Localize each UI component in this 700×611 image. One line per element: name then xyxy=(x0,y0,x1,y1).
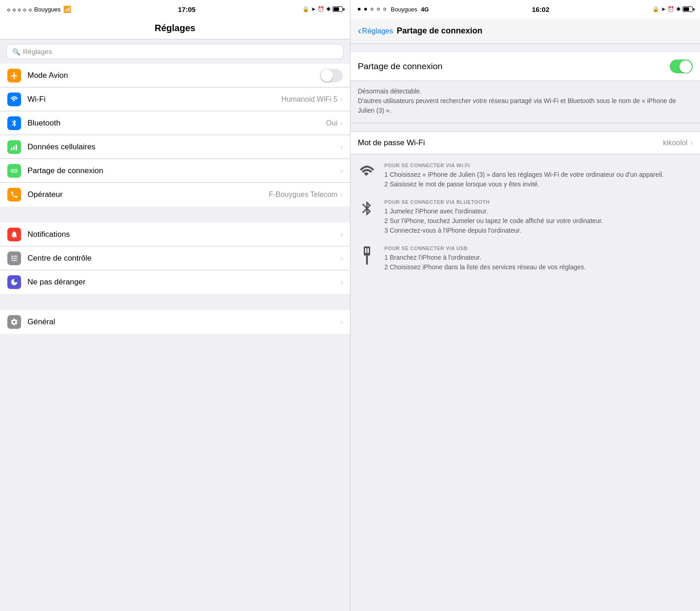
toggle-mode-avion[interactable] xyxy=(320,69,343,82)
usb-instruction-icon xyxy=(359,246,375,265)
settings-section-1: Mode Avion Wi-Fi Humanoid WiFi 5 › Bluet… xyxy=(0,64,350,207)
search-bar[interactable]: 🔍 Réglages xyxy=(6,44,344,59)
time-left: 17:05 xyxy=(178,5,195,13)
label-centre-controle: Centre de contrôle xyxy=(27,254,340,263)
row-general[interactable]: Général › xyxy=(0,310,350,334)
left-status-bar: Bouygues 📶 17:05 🔒 ➤ ⏰ ✱ xyxy=(0,0,350,18)
icon-bluetooth xyxy=(7,116,21,130)
row-mode-avion[interactable]: Mode Avion xyxy=(0,64,350,87)
row-notifications[interactable]: Notifications › xyxy=(0,223,350,246)
back-label: Réglages xyxy=(362,27,393,35)
right-status-right: 🔒 ➤ ⏰ ✱ xyxy=(652,6,693,12)
top-gap xyxy=(350,44,700,52)
chevron-centre-controle: › xyxy=(340,254,343,262)
connection-label: Partage de connexion xyxy=(358,61,443,71)
value-bluetooth: Oui xyxy=(326,119,338,127)
right-nav-bar: ‹ Réglages Partage de connexion xyxy=(350,18,700,44)
row-donnees[interactable]: Données cellulaires › xyxy=(0,135,350,159)
connection-toggle-row: Partage de connexion xyxy=(350,52,700,81)
chevron-general: › xyxy=(340,318,343,326)
label-operateur: Opérateur xyxy=(27,190,269,199)
instruction-wifi-text: POUR SE CONNECTER VIA WI-FI 1 Choisissez… xyxy=(384,163,693,189)
info-text: Désormais détectable.D'autres utilisateu… xyxy=(358,87,676,114)
svg-rect-1 xyxy=(13,146,15,150)
carrier-right: Bouygues xyxy=(391,6,417,13)
row-ne-pas-deranger[interactable]: Ne pas déranger › xyxy=(0,270,350,294)
chevron-bluetooth: › xyxy=(340,119,343,127)
value-operateur: F-Bouygues Telecom xyxy=(269,191,338,199)
svg-rect-0 xyxy=(11,147,12,150)
wifi-instruction-icon xyxy=(359,164,375,180)
right-status-bar: Bouygues 4G 16:02 🔒 ➤ ⏰ ✱ xyxy=(350,0,700,18)
row-centre-controle[interactable]: Centre de contrôle › xyxy=(0,246,350,270)
signal-dots-left xyxy=(7,6,32,13)
left-page-title: Réglages xyxy=(0,18,350,39)
icon-centre-controle xyxy=(7,251,21,265)
icon-general xyxy=(7,315,21,329)
icon-donnees xyxy=(7,140,21,154)
instruction-wifi: POUR SE CONNECTER VIA WI-FI 1 Choisissez… xyxy=(358,163,693,189)
phone-row-icon xyxy=(10,191,18,199)
bluetooth-instruction-icon xyxy=(359,200,375,217)
chevron-ne-pas-deranger: › xyxy=(340,278,343,286)
chevron-operateur: › xyxy=(340,191,343,199)
icon-ne-pas-deranger xyxy=(7,275,21,289)
usb-instruction-body: 1 Branchez l'iPhone à l'ordinateur.2 Cho… xyxy=(384,253,693,272)
time-right: 16:02 xyxy=(532,5,549,13)
left-status-left: Bouygues 📶 xyxy=(7,5,71,13)
location-icon-right: ➤ xyxy=(661,6,666,12)
chevron-wifi: › xyxy=(340,95,343,104)
bluetooth-icon-right: ✱ xyxy=(676,6,681,12)
right-panel: Bouygues 4G 16:02 🔒 ➤ ⏰ ✱ ‹ Réglages Par… xyxy=(350,0,700,611)
chain-row-icon xyxy=(10,167,18,175)
chevron-wifi-pw: › xyxy=(690,139,693,147)
right-content: Partage de connexion Désormais détectabl… xyxy=(350,44,700,611)
left-status-right: 🔒 ➤ ⏰ ✱ xyxy=(302,6,343,12)
wifi-password-row[interactable]: Mot de passe Wi-Fi kikoolol › xyxy=(350,131,700,154)
label-ne-pas-deranger: Ne pas déranger xyxy=(27,278,340,287)
separator-1 xyxy=(0,207,350,223)
label-mode-avion: Mode Avion xyxy=(27,71,320,80)
lock-icon-right: 🔒 xyxy=(652,6,659,12)
wifi-instruction-icon-area xyxy=(358,163,376,180)
svg-rect-6 xyxy=(366,256,368,264)
toggle-partage[interactable] xyxy=(670,60,693,73)
network-type-right: 4G xyxy=(421,6,429,13)
chevron-notifications: › xyxy=(340,230,343,239)
bluetooth-instruction-body: 1 Jumelez l'iPhone avec l'ordinateur.2 S… xyxy=(384,207,693,235)
mid-gap xyxy=(350,123,700,131)
row-partage[interactable]: Partage de connexion › xyxy=(0,159,350,183)
label-partage: Partage de connexion xyxy=(27,166,340,175)
label-donnees: Données cellulaires xyxy=(27,142,340,152)
settings-section-2: Notifications › Centre de contrôle › Ne … xyxy=(0,223,350,294)
cellular-row-icon xyxy=(10,143,18,151)
instruction-bluetooth-text: POUR SE CONNECTER VIA BLUETOOTH 1 Jumele… xyxy=(384,199,693,235)
instructions-block: POUR SE CONNECTER VIA WI-FI 1 Choisissez… xyxy=(350,154,700,272)
label-general: Général xyxy=(27,317,340,327)
svg-rect-3 xyxy=(364,246,370,256)
icon-operateur xyxy=(7,188,21,202)
instruction-usb-text: POUR SE CONNECTER VIA USB 1 Branchez l'i… xyxy=(384,245,693,272)
battery-icon-left xyxy=(333,6,343,12)
search-bar-container: 🔍 Réglages xyxy=(0,39,350,64)
airplane-icon xyxy=(10,71,18,80)
icon-mode-avion xyxy=(7,69,21,82)
row-bluetooth[interactable]: Bluetooth Oui › xyxy=(0,111,350,135)
label-wifi: Wi-Fi xyxy=(27,95,281,104)
wifi-icon-left: 📶 xyxy=(63,5,71,13)
chevron-partage: › xyxy=(340,167,343,175)
row-operateur[interactable]: Opérateur F-Bouygues Telecom › xyxy=(0,183,350,207)
chevron-donnees: › xyxy=(340,143,343,151)
icon-partage xyxy=(7,164,21,178)
bluetooth-row-icon xyxy=(10,119,18,127)
sliders-row-icon xyxy=(10,254,18,262)
info-block: Désormais détectable.D'autres utilisateu… xyxy=(350,81,700,123)
lock-icon: 🔒 xyxy=(302,6,309,12)
back-button[interactable]: ‹ Réglages xyxy=(358,26,393,36)
battery-icon-right xyxy=(683,6,693,12)
icon-notifications xyxy=(7,228,21,241)
row-wifi[interactable]: Wi-Fi Humanoid WiFi 5 › xyxy=(0,87,350,111)
label-bluetooth: Bluetooth xyxy=(27,119,326,128)
moon-row-icon xyxy=(10,278,18,286)
right-page-title: Partage de connexion xyxy=(397,26,482,36)
